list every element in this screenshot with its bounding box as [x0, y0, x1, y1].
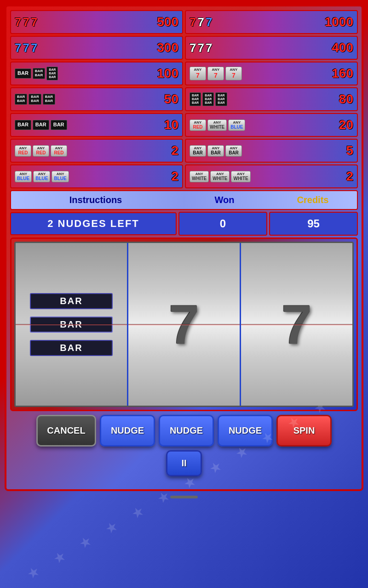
- symbol-7-red: 7: [15, 15, 21, 29]
- symbol-any-white: ANY WHITE: [210, 171, 230, 182]
- paytable-row-3-left: BAR BARBAR BARBARBAR 100: [10, 62, 183, 85]
- nudge-1-button[interactable]: NUDGE: [100, 415, 155, 447]
- symbol-7-blue: 7: [206, 15, 212, 29]
- nudge-3-button[interactable]: NUDGE: [218, 415, 273, 447]
- symbol-bar-bar: BARBAR: [33, 68, 45, 79]
- paytable-row-4-left: BARBAR BARBAR BARBAR 50: [10, 87, 183, 111]
- reel-bar-symbol-3: BAR: [30, 340, 113, 356]
- paytable-row-1-left: 7 7 7 500: [10, 10, 183, 34]
- symbol-any-red: ANY RED: [190, 119, 206, 131]
- won-value: 0: [178, 212, 267, 236]
- pay-amount: 100: [151, 66, 178, 81]
- bottom-bar: [170, 496, 198, 498]
- status-bar: 2 NUDGES LEFT 0 95: [10, 212, 358, 236]
- symbol-any-white: ANY WHITE: [207, 119, 227, 131]
- reel-seven-symbol: 7: [282, 297, 312, 352]
- symbol-7-red: 7: [190, 15, 196, 29]
- pay-amount: 500: [151, 15, 178, 29]
- symbol-any-7: ANY 7: [225, 67, 242, 80]
- symbol-7-white: 7: [197, 15, 204, 29]
- symbol-any-white: ANY WHITE: [231, 171, 250, 182]
- symbol-7-red: 7: [23, 15, 29, 29]
- win-line: [16, 324, 127, 325]
- symbol-7-blue: 7: [23, 41, 29, 55]
- symbol-any-blue: ANY BLUE: [33, 171, 50, 182]
- symbol-bar: BAR: [15, 120, 31, 130]
- info-bar: Instructions Won Credits: [10, 190, 358, 210]
- paytable-row-7-right: ANY WHITE ANY WHITE ANY WHITE 2: [185, 164, 358, 188]
- pay-symbols: BAR BARBAR BARBARBAR: [15, 67, 151, 80]
- symbol-any-bar: ANY BAR: [207, 145, 224, 157]
- symbol-bar-bar: BARBAR: [43, 94, 55, 105]
- symbol-bar-bar-bar: BARBARBAR: [46, 67, 58, 80]
- symbol-bar-bar-bar: BARBARBAR: [215, 92, 227, 106]
- pay-amount: 1000: [325, 15, 353, 29]
- pay-symbols: ANY BAR ANY BAR ANY BAR: [190, 145, 326, 157]
- pay-amount: 2: [326, 169, 353, 184]
- symbol-any-red: ANY RED: [33, 145, 49, 157]
- pay-symbols: ANY 7 ANY 7 ANY 7: [190, 67, 326, 80]
- credits-value: 95: [269, 212, 358, 236]
- pay-amount: 2: [151, 169, 178, 184]
- pay-amount: 5: [326, 143, 353, 158]
- pay-symbols: ANY WHITE ANY WHITE ANY WHITE: [190, 171, 326, 182]
- buttons-row: CANCEL NUDGE NUDGE NUDGE SPIN: [10, 415, 358, 447]
- symbol-7-blue: 7: [15, 41, 21, 55]
- symbol-any-red: ANY RED: [15, 145, 31, 157]
- paytable-row-5-left: BAR BAR BAR 10: [10, 113, 183, 137]
- paytable-row-2-left: 7 7 7 300: [10, 36, 183, 60]
- slot-machine: BAR BAR BAR 7 7: [10, 237, 358, 411]
- symbol-any-7: ANY 7: [190, 67, 206, 80]
- symbol-any-7: ANY 7: [207, 67, 224, 80]
- cancel-button[interactable]: CANCEL: [36, 415, 96, 447]
- pay-amount: 10: [151, 118, 178, 132]
- pay-symbols: ANY RED ANY WHITE ANY BLUE: [190, 119, 326, 131]
- symbol-7-white: 7: [197, 41, 204, 55]
- paytable-row-5-right: ANY RED ANY WHITE ANY BLUE 20: [185, 113, 358, 137]
- symbol-7-red: 7: [31, 15, 37, 29]
- symbol-7-white: 7: [206, 41, 212, 55]
- won-label: Won: [180, 191, 269, 209]
- pay-symbols: 7 7 7: [190, 41, 326, 55]
- paytable-row-3-right: ANY 7 ANY 7 ANY 7 160: [185, 62, 358, 85]
- symbol-bar: BAR: [33, 120, 49, 130]
- pay-amount: 20: [326, 118, 353, 132]
- reel-1: BAR BAR BAR: [16, 243, 128, 406]
- pay-symbols: 7 7 7: [15, 41, 151, 55]
- symbol-any-blue: ANY BLUE: [52, 171, 69, 182]
- reel-bar-symbol-2: BAR: [30, 317, 113, 333]
- pay-symbols: ANY BLUE ANY BLUE ANY BLUE: [15, 171, 151, 182]
- pause-button[interactable]: II: [166, 450, 201, 476]
- pay-symbols: BARBAR BARBAR BARBAR: [15, 94, 151, 105]
- symbol-bar: BAR: [15, 68, 31, 78]
- pay-amount: 300: [151, 40, 178, 55]
- symbol-7-blue: 7: [31, 41, 37, 55]
- nudge-2-button[interactable]: NUDGE: [159, 415, 214, 447]
- symbol-any-white: ANY WHITE: [190, 171, 209, 182]
- paytable-row-2-right: 7 7 7 400: [185, 36, 358, 60]
- symbol-bar-bar-bar: BARBARBAR: [190, 92, 201, 106]
- pay-symbols: 7 7 7: [190, 15, 325, 29]
- pause-row: II: [10, 450, 358, 476]
- paytable-row-6-right: ANY BAR ANY BAR ANY BAR 5: [185, 139, 358, 163]
- paytable-row-4-right: BARBARBAR BARBARBAR BARBARBAR 80: [185, 87, 358, 111]
- win-line: [128, 324, 240, 325]
- main-container: 7 7 7 500 7 7 7 1000 7 7 7 300: [5, 5, 363, 491]
- paytable: 7 7 7 500 7 7 7 1000 7 7 7 300: [10, 10, 358, 188]
- pay-symbols: 7 7 7: [15, 15, 151, 29]
- paytable-row-7-left: ANY BLUE ANY BLUE ANY BLUE 2: [10, 164, 183, 188]
- spin-button[interactable]: SPIN: [276, 415, 332, 447]
- symbol-bar-bar: BARBAR: [29, 94, 41, 105]
- nudge-status: 2 NUDGES LEFT: [10, 212, 177, 235]
- symbol-bar-bar-bar: BARBARBAR: [202, 92, 214, 106]
- reel-3: 7: [241, 243, 352, 406]
- pay-amount: 80: [326, 92, 353, 107]
- instructions-label: Instructions: [11, 191, 180, 209]
- pay-amount: 50: [151, 92, 178, 107]
- pay-amount: 400: [326, 40, 353, 55]
- win-line: [241, 324, 352, 325]
- reel-bar-symbol-1: BAR: [30, 293, 113, 309]
- paytable-row-1-right: 7 7 7 1000: [185, 10, 358, 34]
- pay-symbols: BARBARBAR BARBARBAR BARBARBAR: [190, 92, 326, 106]
- symbol-any-bar: ANY BAR: [225, 145, 242, 157]
